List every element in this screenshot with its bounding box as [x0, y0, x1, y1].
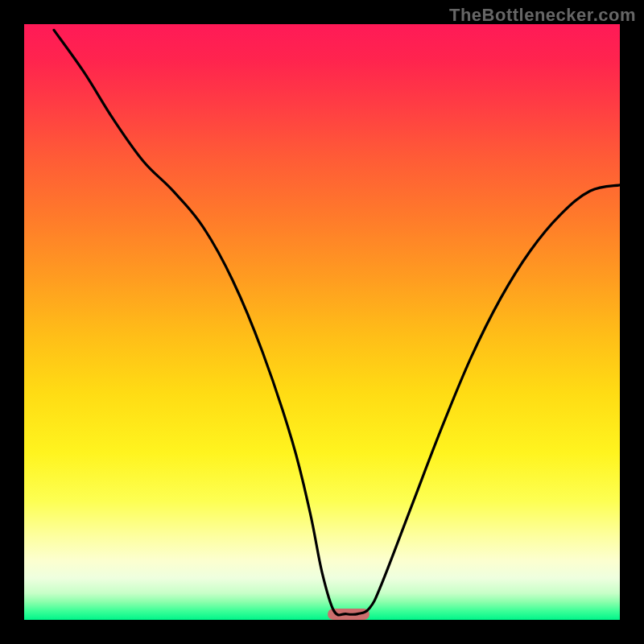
- watermark-label: TheBottlenecker.com: [449, 5, 636, 26]
- plot-area: [24, 24, 620, 620]
- bottleneck-curve: [24, 24, 620, 620]
- chart-frame: TheBottlenecker.com: [0, 0, 644, 644]
